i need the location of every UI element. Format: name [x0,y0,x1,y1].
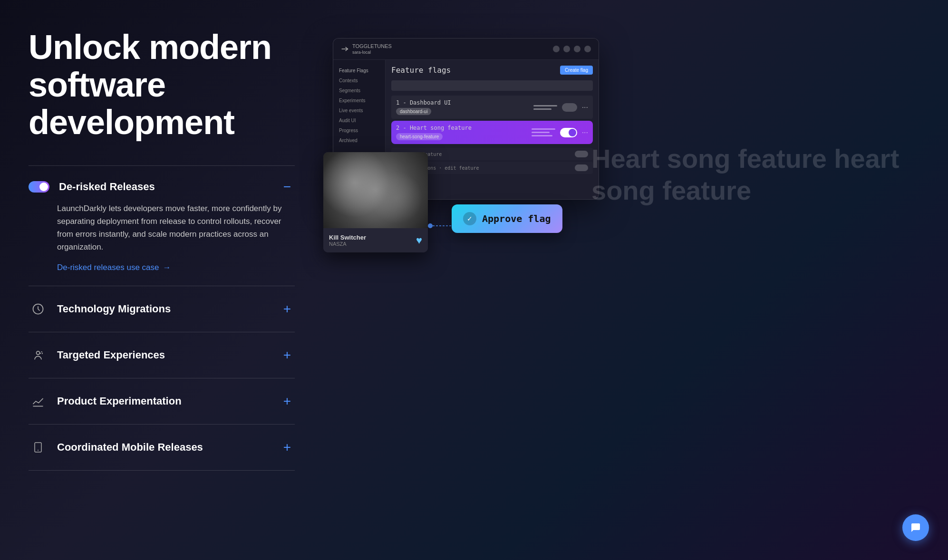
right-panel: TOGGLETUNES sara-local Feature Flags Con… [323,0,948,560]
create-flag-button[interactable]: Create flag [560,66,593,75]
flag-name-dashboard: 1 - Dashboard UI dashboard-ui [396,99,451,115]
toolbar-icon-3 [574,46,580,52]
person-icon [29,346,48,365]
flags-title: Feature flags [391,66,451,75]
search-bar-fake[interactable] [391,80,593,91]
accordion-collapse-btn[interactable]: − [280,179,295,194]
flag-line-2c [532,135,552,136]
accordion-title-experimentation: Product Experimentation [57,395,182,407]
accordion-header-left-4: Product Experimentation [29,392,182,411]
flag-name-heartsong: 2 - Heart song feature heart-song-featur… [396,125,472,140]
left-panel: Unlock modern software development De-ri… [0,0,323,560]
accordion-header-targeted[interactable]: Targeted Experiences + [29,332,295,378]
sidebar-item-archived[interactable]: Archived [333,135,385,145]
flag-row-dashboard: 1 - Dashboard UI dashboard-ui ··· [391,96,593,119]
arrow-icon [341,46,348,52]
accordion-list: De-risked Releases − LaunchDarkly lets d… [29,165,295,471]
heart-song-overlay-text: Heart song feature heart song feature [591,143,948,206]
accordion-item-de-risked: De-risked Releases − LaunchDarkly lets d… [29,165,295,286]
flag-lines-2 [532,128,555,136]
accordion-header-de-risked[interactable]: De-risked Releases − [29,166,295,202]
heart-song-overlay: Heart song feature heart song feature [591,143,948,206]
music-card-image [323,152,428,228]
artist-name: NASZA [329,241,366,247]
accordion-title-de-risked: De-risked Releases [59,181,155,193]
flag-toggle-dashboard[interactable] [562,103,577,112]
flag-row-right-2: ··· [532,128,588,137]
sidebar-item-segments[interactable]: Segments [333,86,385,96]
approve-flag-card[interactable]: ✓ Approve flag [452,204,562,233]
accordion-header-left: De-risked Releases [29,181,155,193]
hero-title: Unlock modern software development [29,29,295,142]
moon-surface [323,152,428,228]
sidebar-item-feature-flags[interactable]: Feature Flags [333,66,385,76]
chat-button[interactable] [902,514,929,541]
music-card: Kill Switcher NASZA ♥ [323,152,428,252]
flag-line-1b [533,108,551,110]
accordion-title-mobile: Coordinated Mobile Releases [57,441,203,454]
accordion-item-mobile: Coordinated Mobile Releases + [29,424,295,471]
sidebar-item-experiments[interactable]: Experiments [333,96,385,106]
flag-line-2b [532,132,550,133]
accordion-header-left-2: Technology Migrations [29,299,171,319]
svg-point-1 [37,351,40,355]
toggle-switch-icon [29,181,49,193]
accordion-expand-btn-3[interactable]: + [280,348,295,363]
flag-toggle-heartsong[interactable] [560,128,577,137]
flag-line-2a [532,128,555,130]
toolbar-icons [553,46,591,52]
accordion-expand-btn-4[interactable]: + [280,394,295,409]
approve-check-icon: ✓ [463,212,476,225]
accordion-content-de-risked: LaunchDarkly lets developers move faster… [29,202,295,286]
accordion-link-de-risked[interactable]: De-risked releases use case → [57,263,295,272]
accordion-header-tech-migrations[interactable]: Technology Migrations + [29,286,295,332]
mobile-icon [29,438,48,457]
track-name: Kill Switcher [329,234,366,241]
card-toolbar: TOGGLETUNES sara-local [333,39,599,60]
chart-icon [29,392,48,411]
toolbar-icon-4 [584,46,591,52]
accordion-item-tech-migrations: Technology Migrations + [29,286,295,332]
toolbar-icon-2 [563,46,570,52]
flag-toggle-empty[interactable] [575,164,588,171]
svg-point-2 [40,352,43,354]
sidebar-item-contexts[interactable]: Contexts [333,76,385,86]
music-card-info: Kill Switcher NASZA ♥ [323,228,428,252]
sidebar-item-live[interactable]: Live events [333,106,385,116]
accordion-expand-btn-5[interactable]: + [280,440,295,455]
accordion-title-targeted: Targeted Experiences [57,349,165,361]
flag-toggle-playlist[interactable] [575,151,588,157]
toolbar-icon-1 [553,46,560,52]
flag-row-right-1: ··· [533,103,588,112]
toolbar-brand: TOGGLETUNES sara-local [352,43,392,55]
accordion-item-experimentation: Product Experimentation + [29,378,295,424]
card-toolbar-left: TOGGLETUNES sara-local [341,43,392,55]
clock-icon [29,299,48,319]
approve-flag-text: Approve flag [482,213,551,224]
accordion-item-targeted: Targeted Experiences + [29,332,295,378]
flag-lines-1 [533,105,557,110]
flags-title-row: Feature flags Create flag [391,66,593,75]
page-container: Unlock modern software development De-ri… [0,0,948,560]
accordion-header-left-3: Targeted Experiences [29,346,165,365]
flag-line-1a [533,105,557,106]
flag-menu-dashboard[interactable]: ··· [582,103,588,112]
accordion-description-de-risked: LaunchDarkly lets developers move faster… [57,202,295,254]
accordion-header-mobile[interactable]: Coordinated Mobile Releases + [29,425,295,470]
heart-icon[interactable]: ♥ [416,234,422,247]
chat-icon [910,522,921,533]
arrow-right-icon: → [163,263,171,272]
flag-row-heartsong: 2 - Heart song feature heart-song-featur… [391,121,593,144]
accordion-header-left-5: Coordinated Mobile Releases [29,438,203,457]
flag-menu-heartsong[interactable]: ··· [582,128,588,137]
sidebar-item-audit[interactable]: Audit UI [333,116,385,126]
sidebar-item-progress[interactable]: Progress [333,126,385,135]
accordion-expand-btn-2[interactable]: + [280,301,295,317]
svg-point-7 [428,223,433,228]
music-card-text: Kill Switcher NASZA [329,234,366,247]
accordion-header-experimentation[interactable]: Product Experimentation + [29,378,295,424]
accordion-title-tech-migrations: Technology Migrations [57,303,171,315]
